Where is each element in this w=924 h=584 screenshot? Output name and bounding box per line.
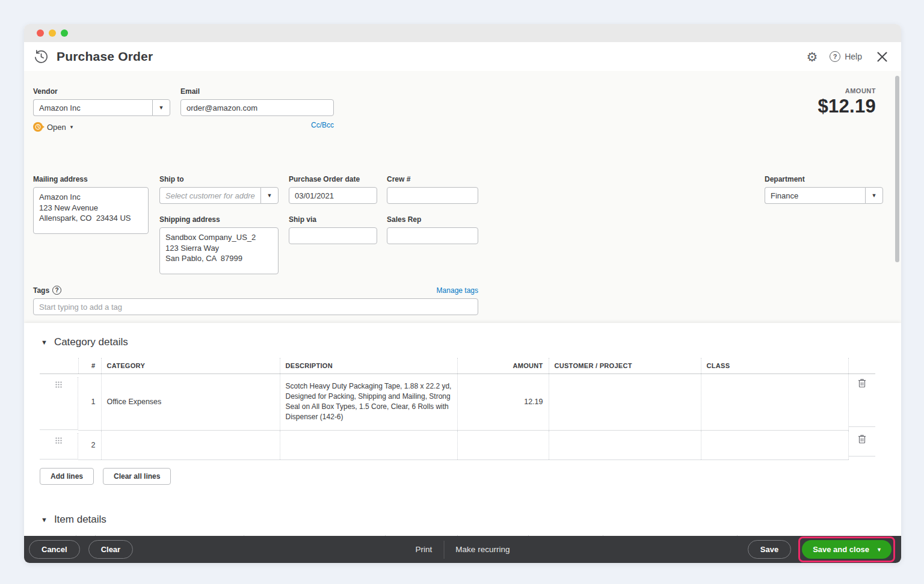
description-cell[interactable]: [280, 430, 457, 460]
gear-icon[interactable]: ⚙: [806, 51, 818, 63]
save-and-close-label: Save and close: [813, 545, 869, 554]
minimize-window-dot[interactable]: [49, 29, 56, 37]
delete-column-header: [848, 358, 875, 374]
vendor-combo: ▼: [33, 99, 170, 116]
cancel-button[interactable]: Cancel: [29, 540, 80, 559]
status-caret-icon: ▾: [70, 124, 73, 130]
category-details-toggle[interactable]: ▼ Category details: [41, 336, 901, 348]
department-dropdown-button[interactable]: ▼: [865, 187, 883, 204]
item-details-toggle[interactable]: ▼ Item details: [41, 514, 901, 526]
drag-handle-icon[interactable]: [40, 433, 78, 460]
amount-cell[interactable]: [457, 430, 549, 460]
ship-via-input[interactable]: [289, 227, 377, 244]
mailing-address-label: Mailing address: [33, 175, 149, 183]
class-cell[interactable]: [701, 430, 848, 460]
mailing-address-input[interactable]: Amazon Inc 123 New Avenue Allenspark, CO…: [33, 187, 149, 234]
close-icon[interactable]: [876, 51, 888, 63]
row-number: 1: [78, 374, 101, 431]
sales-rep-label: Sales Rep: [387, 215, 478, 224]
delete-row-icon[interactable]: [849, 430, 876, 456]
po-status[interactable]: Open ▾: [33, 122, 170, 132]
table-row: 2: [40, 430, 875, 460]
po-date-label: Purchase Order date: [289, 175, 377, 183]
department-combo: ▼: [765, 187, 883, 204]
ship-to-combo: ▼: [159, 187, 279, 204]
footer-action-bar: Cancel Clear Print Make recurring Save S…: [24, 536, 901, 563]
shipping-address-input[interactable]: Sandbox Company_US_2 123 Sierra Way San …: [159, 227, 279, 274]
history-clock-icon[interactable]: [33, 49, 49, 65]
tags-help-icon[interactable]: ?: [52, 286, 61, 295]
help-label: Help: [845, 52, 862, 61]
annotation-highlight-box: Save and close ▼: [798, 536, 895, 562]
ccbcc-link[interactable]: Cc/Bcc: [180, 121, 334, 129]
ship-to-label: Ship to: [159, 175, 279, 183]
po-date-input[interactable]: [289, 187, 377, 204]
sales-rep-input[interactable]: [387, 227, 478, 244]
category-cell[interactable]: [101, 430, 280, 460]
row-number: 2: [78, 430, 101, 460]
app-header: Purchase Order ⚙ ? Help: [24, 42, 901, 71]
ship-via-label: Ship via: [289, 215, 377, 224]
status-badge: Open: [47, 123, 66, 132]
customer-project-cell[interactable]: [549, 374, 701, 431]
print-button[interactable]: Print: [416, 545, 433, 554]
col-description: DESCRIPTION: [280, 358, 457, 374]
table-row: 1 Office Expenses Scotch Heavy Duty Pack…: [40, 374, 875, 431]
col-class: CLASS: [701, 358, 848, 374]
department-input[interactable]: [765, 187, 865, 204]
save-and-close-button[interactable]: Save and close ▼: [802, 540, 892, 559]
make-recurring-button[interactable]: Make recurring: [455, 545, 510, 554]
help-button[interactable]: ? Help: [830, 51, 862, 62]
crew-input[interactable]: [387, 187, 478, 204]
department-label: Department: [765, 175, 883, 183]
ship-to-dropdown-button[interactable]: ▼: [260, 187, 279, 204]
col-num: #: [78, 358, 101, 374]
col-customer-project: CUSTOMER / PROJECT: [549, 358, 701, 374]
drag-column-header: [40, 358, 78, 374]
vertical-scrollbar[interactable]: [895, 76, 899, 262]
form-scroll-area: Vendor ▼ Open ▾: [24, 71, 901, 536]
save-button[interactable]: Save: [748, 540, 791, 559]
shipping-address-label: Shipping address: [159, 215, 279, 224]
class-cell[interactable]: [701, 374, 848, 431]
collapse-triangle-icon: ▼: [41, 516, 48, 523]
vendor-input[interactable]: [33, 99, 152, 116]
amount-cell[interactable]: 12.19: [457, 374, 549, 431]
save-options-caret-icon[interactable]: ▼: [876, 547, 882, 553]
drag-handle-icon[interactable]: [40, 377, 78, 430]
col-category: CATEGORY: [101, 358, 280, 374]
collapse-triangle-icon: ▼: [41, 339, 48, 346]
tags-input[interactable]: [33, 298, 478, 315]
clear-all-lines-button[interactable]: Clear all lines: [103, 468, 171, 485]
tags-label: Tags: [33, 286, 49, 295]
help-question-icon: ?: [830, 51, 840, 62]
page-title: Purchase Order: [57, 49, 153, 64]
titlebar: [24, 24, 901, 42]
description-cell[interactable]: Scotch Heavy Duty Packaging Tape, 1.88 x…: [280, 374, 457, 431]
amount-value: $12.19: [818, 96, 876, 117]
amount-label: AMOUNT: [818, 87, 876, 94]
open-status-clock-icon: [33, 122, 43, 132]
category-cell[interactable]: Office Expenses: [101, 374, 280, 431]
manage-tags-link[interactable]: Manage tags: [437, 286, 478, 295]
purchase-order-window: Purchase Order ⚙ ? Help Vendor: [24, 24, 901, 563]
email-input[interactable]: [180, 99, 334, 116]
footer-divider: [443, 541, 444, 559]
line-items-card: ▼ Category details # CATEGORY DESCRIPTIO…: [24, 323, 901, 536]
add-lines-button[interactable]: Add lines: [40, 468, 94, 485]
email-label: Email: [180, 87, 334, 96]
vendor-label: Vendor: [33, 87, 170, 96]
customer-project-cell[interactable]: [549, 430, 701, 460]
category-details-title: Category details: [54, 336, 128, 348]
delete-row-icon[interactable]: [849, 374, 876, 427]
ship-to-input[interactable]: [159, 187, 260, 204]
close-window-dot[interactable]: [37, 29, 44, 37]
crew-label: Crew #: [387, 175, 478, 183]
category-details-table: # CATEGORY DESCRIPTION AMOUNT CUSTOMER /…: [40, 358, 875, 460]
vendor-dropdown-button[interactable]: ▼: [152, 99, 170, 116]
clear-button[interactable]: Clear: [88, 540, 134, 559]
col-amount: AMOUNT: [457, 358, 549, 374]
item-details-title: Item details: [54, 514, 106, 526]
zoom-window-dot[interactable]: [61, 29, 68, 37]
